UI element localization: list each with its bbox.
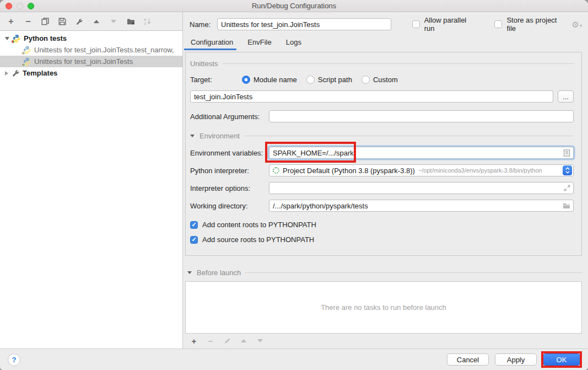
collapse-arrow-icon[interactable]	[5, 37, 9, 40]
expand-arrow-icon[interactable]	[5, 71, 8, 76]
interpreter-options-row: Interpreter options:	[190, 182, 574, 194]
sidebar-toolbar: + − az	[0, 12, 182, 30]
tab-configuration[interactable]: Configuration	[191, 38, 233, 50]
store-options-gear-icon[interactable]: ⚙▾	[572, 20, 582, 29]
move-task-up-icon[interactable]	[239, 336, 248, 345]
allow-parallel-run-checkbox[interactable]	[412, 20, 420, 28]
name-input[interactable]	[217, 18, 391, 30]
cancel-button[interactable]: Cancel	[447, 353, 489, 366]
name-row: Name: Allow parallel run Store as projec…	[190, 18, 582, 30]
radio-icon[interactable]	[362, 76, 370, 84]
add-configuration-icon[interactable]: +	[7, 17, 15, 26]
configuration-form-panel: Unittests Target: Module name Script pat…	[185, 52, 582, 256]
svg-text:z: z	[144, 22, 147, 25]
add-source-roots-checkbox[interactable]: ✓	[190, 236, 198, 244]
unittests-section-header: Unittests	[190, 59, 574, 68]
python-config-icon	[23, 46, 31, 55]
move-down-icon[interactable]	[109, 17, 118, 26]
remove-task-icon[interactable]: −	[206, 336, 215, 345]
interpreter-value: Project Default (Python 3.8 (pyspark-3.8…	[283, 167, 415, 175]
dialog-body: + − az	[0, 12, 588, 348]
tree-item-unittest-jointests[interactable]: Unittests for test_join.JoinTests	[0, 56, 182, 67]
save-configuration-icon[interactable]	[58, 17, 67, 26]
interpreter-path: ~/opt/miniconda3/envs/pyspark-3.8/bin/py…	[418, 167, 560, 174]
templates-wrench-icon	[11, 69, 20, 78]
conda-environment-icon	[273, 167, 279, 174]
move-up-icon[interactable]	[92, 17, 101, 26]
python-interpreter-label: Python interpreter:	[190, 167, 269, 175]
edit-templates-icon[interactable]	[75, 17, 84, 26]
browse-target-button[interactable]: ...	[558, 90, 574, 103]
radio-label: Module name	[253, 76, 297, 84]
allow-parallel-run-label: Allow parallel run	[424, 16, 478, 33]
sort-configurations-icon[interactable]: az	[143, 17, 152, 26]
configuration-tabs: Configuration EnvFile Logs	[191, 38, 582, 50]
store-as-project-file-label: Store as project file	[506, 16, 567, 33]
python-tests-icon	[12, 34, 21, 43]
target-input[interactable]	[190, 90, 553, 103]
dialog-option-checkboxes: Allow parallel run Store as project file…	[412, 16, 582, 33]
dropdown-stepper-icon[interactable]	[563, 165, 572, 175]
tree-item-templates[interactable]: Templates	[0, 67, 182, 79]
environment-section-header[interactable]: Environment	[190, 131, 574, 140]
zoom-window-button[interactable]	[28, 3, 34, 9]
tree-item-unittest-narrow[interactable]: Unittests for test_join.JoinTests.test_n…	[0, 44, 182, 56]
run-debug-configurations-dialog: Run/Debug Configurations + −	[0, 0, 588, 370]
python-interpreter-select[interactable]: Project Default (Python 3.8 (pyspark-3.8…	[269, 164, 574, 176]
interpreter-options-input[interactable]	[269, 182, 574, 194]
move-task-down-icon[interactable]	[256, 336, 265, 345]
radio-selected-icon[interactable]	[242, 76, 250, 84]
collapse-arrow-icon[interactable]	[190, 135, 195, 137]
tree-item-label: Templates	[23, 69, 57, 77]
run-state-badge-icon	[21, 51, 25, 55]
configuration-editor: Name: Allow parallel run Store as projec…	[183, 12, 588, 348]
add-task-icon[interactable]: +	[190, 336, 198, 345]
working-directory-row: Working directory:	[190, 200, 574, 212]
add-content-roots-checkbox[interactable]: ✓	[190, 221, 198, 229]
target-row: Target: Module name Script path Custom	[190, 76, 574, 84]
new-folder-icon[interactable]	[126, 17, 135, 26]
collapse-arrow-icon[interactable]	[187, 271, 192, 274]
radio-icon[interactable]	[306, 76, 315, 84]
store-as-project-file-checkbox[interactable]	[494, 20, 502, 28]
tab-envfile[interactable]: EnvFile	[247, 38, 271, 50]
edit-task-icon[interactable]	[223, 336, 231, 345]
working-directory-label: Working directory:	[190, 202, 269, 210]
additional-arguments-input[interactable]	[269, 110, 574, 122]
before-launch-empty-text: There are no tasks to run before launch	[321, 303, 446, 312]
close-window-button[interactable]	[6, 3, 12, 9]
tree-item-label: Python tests	[24, 34, 67, 42]
radio-label: Script path	[318, 76, 352, 84]
tree-item-python-tests[interactable]: Python tests	[0, 33, 182, 44]
section-divider	[245, 272, 582, 273]
environment-variables-input[interactable]	[269, 147, 574, 159]
expand-field-icon[interactable]	[564, 185, 570, 193]
target-option-script-path[interactable]: Script path	[306, 76, 352, 84]
tab-logs[interactable]: Logs	[286, 38, 301, 50]
ok-button[interactable]: OK	[543, 353, 580, 366]
radio-label: Custom	[373, 76, 398, 84]
edit-variables-icon[interactable]	[563, 149, 570, 158]
before-launch-toolbar: + −	[185, 334, 582, 346]
unittests-section-title: Unittests	[190, 60, 218, 68]
section-divider	[244, 136, 574, 136]
content-roots-row: ✓ Add content roots to PYTHONPATH	[190, 221, 574, 229]
before-launch-section-header[interactable]: Before launch	[187, 268, 582, 277]
environment-variables-label: Environment variables:	[190, 149, 269, 157]
additional-arguments-row: Additional Arguments:	[190, 110, 574, 122]
configurations-tree: Python tests Unittests for test_join.Joi…	[0, 30, 182, 348]
target-option-custom[interactable]: Custom	[362, 76, 398, 84]
help-button[interactable]: ?	[8, 353, 20, 366]
before-launch-task-list[interactable]: There are no tasks to run before launch	[185, 281, 582, 334]
working-directory-input[interactable]	[269, 200, 574, 212]
browse-folder-icon[interactable]	[563, 202, 570, 211]
add-source-roots-label: Add source roots to PYTHONPATH	[202, 235, 314, 244]
copy-configuration-icon[interactable]	[41, 17, 50, 26]
apply-button[interactable]: Apply	[495, 353, 537, 366]
window-controls	[6, 3, 34, 9]
name-label: Name:	[190, 20, 217, 29]
section-divider	[223, 63, 574, 64]
target-option-module-name[interactable]: Module name	[242, 76, 297, 84]
remove-configuration-icon[interactable]: −	[24, 17, 33, 26]
tree-item-label: Unittests for test_join.JoinTests	[34, 57, 133, 66]
